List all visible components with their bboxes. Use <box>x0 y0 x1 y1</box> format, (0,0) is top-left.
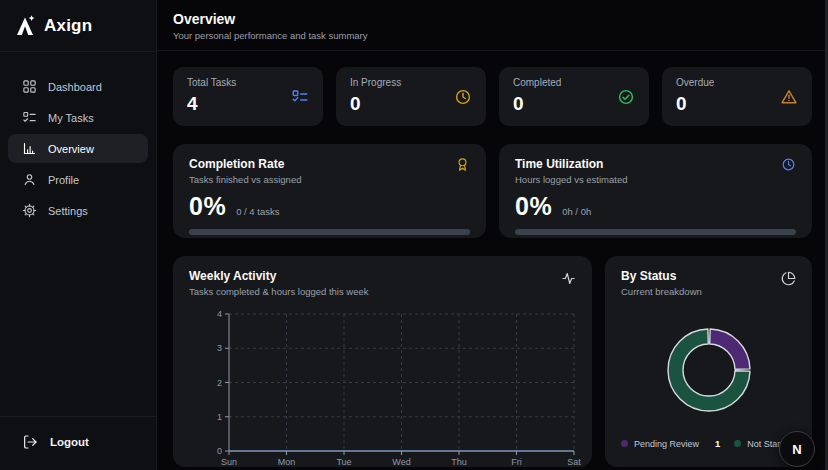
content: Total Tasks 4 In Progress 0 Comple <box>157 51 828 470</box>
legend-label: Pending Review <box>634 439 699 449</box>
legend-value: 1 <box>715 438 720 449</box>
card-subtitle: Current breakdown <box>621 286 702 297</box>
main-area: Overview Your personal performance and t… <box>157 0 828 470</box>
card-title: Weekly Activity <box>189 269 369 283</box>
time-utilization-card: Time Utilization Hours logged vs estimat… <box>499 144 812 238</box>
app-logo: Axign <box>0 0 156 52</box>
time-utilization-value: 0% <box>515 192 552 221</box>
bar-chart-icon <box>22 141 37 156</box>
user-icon <box>22 172 37 187</box>
clock-icon <box>454 88 472 106</box>
sidebar-item-settings[interactable]: Settings <box>8 196 148 225</box>
award-icon <box>455 157 470 172</box>
logout-label: Logout <box>50 436 89 448</box>
gear-icon <box>22 203 37 218</box>
grid-icon <box>22 79 37 94</box>
card-subtitle: Hours logged vs estimated <box>515 174 796 185</box>
completion-rate-card: Completion Rate Tasks finished vs assign… <box>173 144 486 238</box>
svg-text:Wed: Wed <box>392 457 410 467</box>
svg-text:Mon: Mon <box>278 457 296 467</box>
page-title: Overview <box>173 11 812 27</box>
svg-text:Fri: Fri <box>511 457 522 467</box>
stat-label: Overdue <box>676 77 798 88</box>
card-title: Time Utilization <box>515 157 796 171</box>
card-title: Completion Rate <box>189 157 470 171</box>
axign-logo-icon <box>13 14 37 38</box>
logout-icon <box>22 434 38 450</box>
list-todo-icon <box>22 110 37 125</box>
svg-text:2: 2 <box>217 378 222 388</box>
svg-text:Sun: Sun <box>221 457 237 467</box>
svg-text:4: 4 <box>217 309 222 319</box>
page-header: Overview Your personal performance and t… <box>157 0 828 51</box>
sidebar-item-label: Dashboard <box>48 81 102 93</box>
stat-card-in-progress: In Progress 0 <box>336 67 486 126</box>
time-progress-bar <box>515 229 796 235</box>
stat-label: Completed <box>513 77 635 88</box>
check-circle-icon <box>617 88 635 106</box>
time-utilization-detail: 0h / 0h <box>562 206 591 217</box>
metrics-row: Completion Rate Tasks finished vs assign… <box>173 144 812 238</box>
legend-dot <box>734 440 741 447</box>
legend-dot <box>621 440 628 447</box>
pie-chart-icon <box>781 271 796 286</box>
sidebar-item-overview[interactable]: Overview <box>8 134 148 163</box>
stats-row: Total Tasks 4 In Progress 0 Comple <box>173 67 812 126</box>
svg-text:Sat: Sat <box>567 457 581 467</box>
card-title: By Status <box>621 269 702 283</box>
svg-text:Tue: Tue <box>336 457 351 467</box>
completion-progress-bar <box>189 229 470 235</box>
sidebar-item-label: My Tasks <box>48 112 94 124</box>
panels-row: Weekly Activity Tasks completed & hours … <box>173 256 812 467</box>
stat-card-completed: Completed 0 <box>499 67 649 126</box>
stat-label: In Progress <box>350 77 472 88</box>
completion-rate-value: 0% <box>189 192 226 221</box>
card-subtitle: Tasks finished vs assigned <box>189 174 470 185</box>
sidebar-item-dashboard[interactable]: Dashboard <box>8 72 148 101</box>
stat-label: Total Tasks <box>187 77 309 88</box>
app-name: Axign <box>44 16 92 36</box>
sidebar-item-my-tasks[interactable]: My Tasks <box>8 103 148 132</box>
card-subtitle: Tasks completed & hours logged this week <box>189 286 369 297</box>
sidebar-item-profile[interactable]: Profile <box>8 165 148 194</box>
clock-icon <box>781 157 796 172</box>
legend-item-pending-review: Pending Review 1 <box>621 438 720 449</box>
activity-icon <box>561 271 576 286</box>
sidebar-footer: Logout <box>0 416 156 470</box>
sidebar-item-label: Profile <box>48 174 79 186</box>
stat-card-total-tasks: Total Tasks 4 <box>173 67 323 126</box>
completion-rate-detail: 0 / 4 tasks <box>236 206 279 217</box>
floating-avatar-badge[interactable]: N <box>779 431 815 467</box>
svg-text:1: 1 <box>217 412 222 422</box>
alert-triangle-icon <box>780 88 798 106</box>
logout-button[interactable]: Logout <box>14 430 142 454</box>
svg-text:Thu: Thu <box>451 457 467 467</box>
list-checks-icon <box>291 88 309 106</box>
sidebar-nav: Dashboard My Tasks Overview <box>0 52 156 225</box>
sidebar-item-label: Overview <box>48 143 94 155</box>
svg-text:3: 3 <box>217 343 222 353</box>
page-subtitle: Your personal performance and task summa… <box>173 30 812 41</box>
by-status-card: By Status Current breakdown Pending Revi… <box>605 256 812 467</box>
sidebar-item-label: Settings <box>48 205 88 217</box>
weekly-activity-card: Weekly Activity Tasks completed & hours … <box>173 256 592 467</box>
svg-text:0: 0 <box>217 446 222 456</box>
sidebar: Axign Dashboard My Tasks <box>0 0 157 470</box>
stat-card-overdue: Overdue 0 <box>662 67 812 126</box>
